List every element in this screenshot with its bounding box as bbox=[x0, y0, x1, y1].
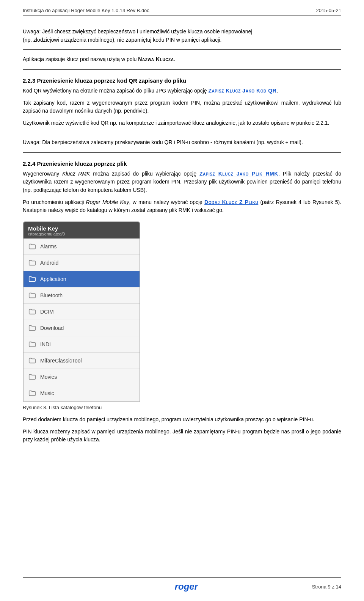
phone-item-label: Bluetooth bbox=[40, 292, 63, 298]
phone-item-label: Movies bbox=[40, 374, 57, 380]
phone-item-label: Music bbox=[40, 390, 54, 396]
divider-2 bbox=[23, 69, 341, 70]
section-224-para2: Po uruchomieniu aplikacji Roger Mobile K… bbox=[23, 198, 341, 215]
folder-icon bbox=[28, 259, 36, 267]
phone-list-item[interactable]: INDI bbox=[24, 336, 140, 353]
section-223-warning: Uwaga: Dla bezpieczeństwa zalecamy przek… bbox=[23, 138, 341, 147]
divider-4 bbox=[23, 152, 341, 153]
klucz-rmk-italic: Klucz RMK bbox=[62, 171, 90, 177]
folder-icon bbox=[28, 356, 36, 365]
phone-list-item[interactable]: MifareClassicTool bbox=[24, 353, 140, 369]
folder-icon bbox=[28, 242, 36, 251]
folder-icon bbox=[28, 373, 36, 381]
phone-mockup: Mobile Key /storage/emulated/0 Alarms An… bbox=[23, 221, 140, 402]
phone-item-label: Application bbox=[40, 276, 66, 282]
roger-mobile-key-italic: Roger Mobile Key bbox=[86, 199, 129, 205]
divider-3 bbox=[23, 133, 341, 133]
phone-item-label: Download bbox=[40, 325, 64, 331]
phone-list-item[interactable]: DCIM bbox=[24, 304, 140, 320]
phone-body: Alarms Android Application Bluetooth DCI… bbox=[24, 239, 140, 402]
phone-header: Mobile Key /storage/emulated/0 bbox=[24, 222, 140, 239]
section-224-para1: Wygenerowany Klucz RMK można zapisać do … bbox=[23, 170, 341, 195]
page: Instrukcja do aplikacji Roger Mobile Key… bbox=[0, 0, 364, 601]
figure-8-caption: Rysunek 8. Lista katalogów telefonu bbox=[23, 405, 341, 410]
section-223-para1: Kod QR wyświetlony na ekranie można zapi… bbox=[23, 87, 341, 95]
section-223-para2: Tak zapisany kod, razem z wygenerowanym … bbox=[23, 99, 341, 115]
phone-list-item[interactable]: Alarms bbox=[24, 239, 140, 255]
phone-item-label: DCIM bbox=[40, 309, 54, 315]
section-223-heading: 2.2.3 Przeniesienie klucza poprzez kod Q… bbox=[23, 77, 341, 84]
para-after-fig-1: Przed dodaniem klucza do pamięci urządze… bbox=[23, 416, 341, 424]
phone-title: Mobile Key bbox=[28, 225, 135, 232]
nazwa-klucza-label: Nazwa Klucza bbox=[138, 56, 174, 62]
phone-list-item[interactable]: Android bbox=[24, 255, 140, 271]
para-after-fig-2: PIN klucza możemy zapisać w pamięci urzą… bbox=[23, 428, 341, 444]
phone-list-item[interactable]: Bluetooth bbox=[24, 287, 140, 304]
folder-icon bbox=[28, 340, 36, 348]
phone-item-label: MifareClassicTool bbox=[40, 358, 82, 364]
folder-icon bbox=[28, 389, 36, 397]
phone-list-item[interactable]: Music bbox=[24, 385, 140, 402]
phone-subtitle: /storage/emulated/0 bbox=[28, 232, 135, 236]
phone-item-label: INDI bbox=[40, 341, 51, 347]
divider-1 bbox=[23, 49, 341, 50]
page-header: Instrukcja do aplikacji Roger Mobile Key… bbox=[23, 8, 341, 16]
folder-icon bbox=[28, 291, 36, 300]
folder-icon bbox=[28, 324, 36, 332]
phone-list-item[interactable]: Application bbox=[24, 271, 140, 287]
brand-logo: roger bbox=[175, 581, 198, 592]
dodaj-klucz-link: Dodaj Klucz Z Pliku bbox=[204, 199, 258, 205]
aplikacja-note: Aplikacja zapisuje klucz pod nazwą użytą… bbox=[23, 55, 341, 64]
phone-item-label: Alarms bbox=[40, 243, 57, 250]
zapisz-plik-link: Zapisz Klucz Jako Plik RMK bbox=[199, 171, 278, 177]
folder-icon bbox=[28, 275, 36, 283]
phone-list-item[interactable]: Download bbox=[24, 320, 140, 336]
section-224-heading: 2.2.4 Przeniesienie klucza poprzez plik bbox=[23, 160, 341, 167]
header-right: 2015-05-21 bbox=[316, 8, 342, 13]
folder-icon bbox=[28, 308, 36, 316]
header-left: Instrukcja do aplikacji Roger Mobile Key… bbox=[23, 8, 149, 13]
zapisz-qr-link: Zapisz Klucz Jako Kod QR bbox=[208, 88, 276, 94]
warning-block-1: Uwaga: Jeśli chcesz zwiększyć bezpieczeń… bbox=[23, 28, 341, 44]
section-223-para3: Użytkownik może wyświetlić kod QR np. na… bbox=[23, 119, 341, 127]
page-footer: roger Strona 9 z 14 bbox=[23, 577, 341, 592]
phone-item-label: Android bbox=[40, 260, 58, 266]
phone-list-item[interactable]: Movies bbox=[24, 369, 140, 385]
page-number: Strona 9 z 14 bbox=[312, 584, 341, 590]
